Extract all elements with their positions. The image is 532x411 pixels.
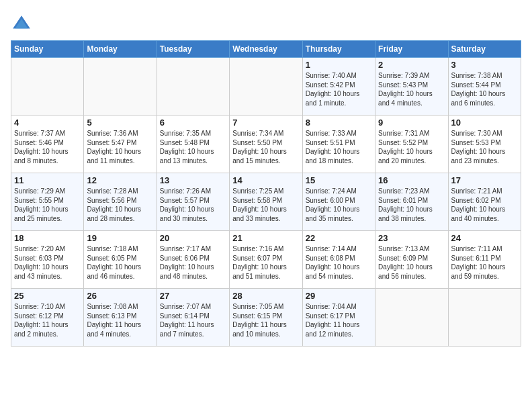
calendar-cell: 9Sunrise: 7:31 AM Sunset: 5:52 PM Daylig… [375, 116, 448, 173]
calendar-cell: 14Sunrise: 7:25 AM Sunset: 5:58 PM Dayli… [230, 173, 302, 231]
day-info: Sunrise: 7:28 AM Sunset: 5:56 PM Dayligh… [87, 187, 153, 223]
day-number: 16 [378, 175, 445, 185]
calendar-cell: 20Sunrise: 7:17 AM Sunset: 6:06 PM Dayli… [157, 231, 229, 289]
day-info: Sunrise: 7:13 AM Sunset: 6:09 PM Dayligh… [378, 244, 445, 281]
day-number: 18 [14, 233, 81, 243]
logo-icon [11, 13, 32, 35]
week-row-4: 18Sunrise: 7:20 AM Sunset: 6:03 PM Dayli… [11, 231, 521, 289]
day-header-thursday: Thursday [302, 41, 375, 58]
day-info: Sunrise: 7:18 AM Sunset: 6:05 PM Dayligh… [87, 244, 153, 281]
calendar-cell [157, 58, 229, 116]
calendar-table: SundayMondayTuesdayWednesdayThursdayFrid… [11, 40, 521, 347]
day-info: Sunrise: 7:05 AM Sunset: 6:15 PM Dayligh… [232, 302, 299, 338]
day-info: Sunrise: 7:08 AM Sunset: 6:13 PM Dayligh… [87, 302, 153, 338]
calendar-cell: 21Sunrise: 7:16 AM Sunset: 6:07 PM Dayli… [230, 231, 302, 289]
logo [11, 13, 35, 35]
day-header-wednesday: Wednesday [230, 41, 302, 58]
calendar-cell: 7Sunrise: 7:34 AM Sunset: 5:50 PM Daylig… [230, 116, 302, 173]
day-header-friday: Friday [375, 41, 448, 58]
calendar-cell: 10Sunrise: 7:30 AM Sunset: 5:53 PM Dayli… [448, 116, 521, 173]
day-number: 5 [87, 118, 153, 128]
day-number: 8 [306, 118, 372, 128]
day-info: Sunrise: 7:34 AM Sunset: 5:50 PM Dayligh… [232, 129, 299, 165]
day-number: 19 [87, 233, 153, 243]
day-number: 10 [451, 118, 518, 128]
day-number: 6 [160, 118, 226, 128]
calendar-cell: 22Sunrise: 7:14 AM Sunset: 6:08 PM Dayli… [302, 231, 375, 289]
day-info: Sunrise: 7:29 AM Sunset: 5:55 PM Dayligh… [14, 187, 81, 223]
day-info: Sunrise: 7:26 AM Sunset: 5:57 PM Dayligh… [160, 187, 226, 223]
day-info: Sunrise: 7:37 AM Sunset: 5:46 PM Dayligh… [14, 129, 81, 165]
calendar-cell: 18Sunrise: 7:20 AM Sunset: 6:03 PM Dayli… [11, 231, 84, 289]
calendar-cell [84, 58, 157, 116]
day-number: 23 [378, 233, 445, 243]
day-info: Sunrise: 7:40 AM Sunset: 5:42 PM Dayligh… [306, 71, 372, 107]
day-info: Sunrise: 7:24 AM Sunset: 6:00 PM Dayligh… [306, 187, 372, 223]
day-info: Sunrise: 7:25 AM Sunset: 5:58 PM Dayligh… [232, 187, 299, 223]
day-number: 17 [451, 175, 518, 185]
day-number: 15 [306, 175, 372, 185]
day-info: Sunrise: 7:39 AM Sunset: 5:43 PM Dayligh… [378, 71, 445, 107]
day-number: 14 [232, 175, 299, 185]
week-row-5: 25Sunrise: 7:10 AM Sunset: 6:12 PM Dayli… [11, 289, 521, 347]
calendar-cell [448, 289, 521, 347]
calendar-cell: 19Sunrise: 7:18 AM Sunset: 6:05 PM Dayli… [84, 231, 157, 289]
calendar-cell: 13Sunrise: 7:26 AM Sunset: 5:57 PM Dayli… [157, 173, 229, 231]
calendar-cell: 11Sunrise: 7:29 AM Sunset: 5:55 PM Dayli… [11, 173, 84, 231]
day-header-sunday: Sunday [11, 41, 84, 58]
day-number: 22 [306, 233, 372, 243]
calendar-cell [375, 289, 448, 347]
calendar-cell: 2Sunrise: 7:39 AM Sunset: 5:43 PM Daylig… [375, 58, 448, 116]
day-info: Sunrise: 7:30 AM Sunset: 5:53 PM Dayligh… [451, 129, 518, 165]
calendar-cell: 5Sunrise: 7:36 AM Sunset: 5:47 PM Daylig… [84, 116, 157, 173]
calendar-cell: 28Sunrise: 7:05 AM Sunset: 6:15 PM Dayli… [230, 289, 302, 347]
day-info: Sunrise: 7:38 AM Sunset: 5:44 PM Dayligh… [451, 71, 518, 107]
calendar-cell: 1Sunrise: 7:40 AM Sunset: 5:42 PM Daylig… [302, 58, 375, 116]
day-info: Sunrise: 7:21 AM Sunset: 6:02 PM Dayligh… [451, 187, 518, 223]
day-info: Sunrise: 7:07 AM Sunset: 6:14 PM Dayligh… [160, 302, 226, 338]
day-info: Sunrise: 7:33 AM Sunset: 5:51 PM Dayligh… [306, 129, 372, 165]
day-info: Sunrise: 7:10 AM Sunset: 6:12 PM Dayligh… [14, 302, 81, 338]
day-info: Sunrise: 7:16 AM Sunset: 6:07 PM Dayligh… [232, 244, 299, 281]
calendar-cell [230, 58, 302, 116]
day-info: Sunrise: 7:23 AM Sunset: 6:01 PM Dayligh… [378, 187, 445, 223]
calendar-cell: 12Sunrise: 7:28 AM Sunset: 5:56 PM Dayli… [84, 173, 157, 231]
day-number: 3 [451, 60, 518, 70]
day-number: 24 [451, 233, 518, 243]
day-number: 25 [14, 291, 81, 301]
day-info: Sunrise: 7:31 AM Sunset: 5:52 PM Dayligh… [378, 129, 445, 165]
day-number: 26 [87, 291, 153, 301]
day-number: 27 [160, 291, 226, 301]
day-number: 13 [160, 175, 226, 185]
day-info: Sunrise: 7:04 AM Sunset: 6:17 PM Dayligh… [306, 302, 372, 338]
day-number: 20 [160, 233, 226, 243]
day-number: 7 [232, 118, 299, 128]
day-header-monday: Monday [84, 41, 157, 58]
day-info: Sunrise: 7:20 AM Sunset: 6:03 PM Dayligh… [14, 244, 81, 281]
day-number: 11 [14, 175, 81, 185]
week-row-2: 4Sunrise: 7:37 AM Sunset: 5:46 PM Daylig… [11, 116, 521, 173]
day-number: 9 [378, 118, 445, 128]
days-header-row: SundayMondayTuesdayWednesdayThursdayFrid… [11, 41, 521, 58]
calendar-cell: 17Sunrise: 7:21 AM Sunset: 6:02 PM Dayli… [448, 173, 521, 231]
calendar-cell: 23Sunrise: 7:13 AM Sunset: 6:09 PM Dayli… [375, 231, 448, 289]
day-info: Sunrise: 7:35 AM Sunset: 5:48 PM Dayligh… [160, 129, 226, 165]
calendar-cell: 8Sunrise: 7:33 AM Sunset: 5:51 PM Daylig… [302, 116, 375, 173]
day-number: 21 [232, 233, 299, 243]
day-header-tuesday: Tuesday [157, 41, 229, 58]
calendar-cell: 15Sunrise: 7:24 AM Sunset: 6:00 PM Dayli… [302, 173, 375, 231]
calendar-cell: 29Sunrise: 7:04 AM Sunset: 6:17 PM Dayli… [302, 289, 375, 347]
calendar-cell: 25Sunrise: 7:10 AM Sunset: 6:12 PM Dayli… [11, 289, 84, 347]
day-info: Sunrise: 7:14 AM Sunset: 6:08 PM Dayligh… [306, 244, 372, 281]
calendar-cell [11, 58, 84, 116]
day-number: 4 [14, 118, 81, 128]
day-header-saturday: Saturday [448, 41, 521, 58]
day-number: 12 [87, 175, 153, 185]
calendar-cell: 3Sunrise: 7:38 AM Sunset: 5:44 PM Daylig… [448, 58, 521, 116]
page-header [11, 11, 521, 35]
day-info: Sunrise: 7:36 AM Sunset: 5:47 PM Dayligh… [87, 129, 153, 165]
day-info: Sunrise: 7:17 AM Sunset: 6:06 PM Dayligh… [160, 244, 226, 281]
calendar-cell: 24Sunrise: 7:11 AM Sunset: 6:11 PM Dayli… [448, 231, 521, 289]
calendar-cell: 27Sunrise: 7:07 AM Sunset: 6:14 PM Dayli… [157, 289, 229, 347]
day-number: 28 [232, 291, 299, 301]
